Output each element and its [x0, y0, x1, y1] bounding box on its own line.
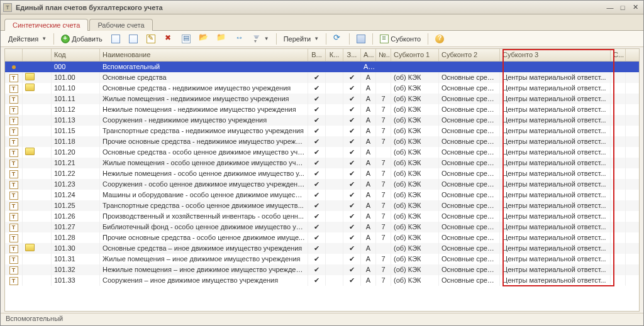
- t-account-icon: Т: [9, 202, 18, 210]
- cell-subkonto3: Центры материальной ответст...: [500, 94, 611, 104]
- cell-subkonto1: (об) КЭК: [391, 94, 439, 104]
- table-row[interactable]: Т101.15Транспортные средства - недвижимо…: [5, 126, 639, 136]
- cell-subkonto3: Центры материальной ответст...: [500, 136, 611, 147]
- table-row[interactable]: Т101.13Сооружения - недвижимое имущество…: [5, 115, 639, 126]
- delete-button[interactable]: [160, 33, 177, 45]
- col-subkonto2[interactable]: Субконто 2: [439, 49, 500, 61]
- cell-subkonto3: [500, 62, 611, 72]
- minimize-button[interactable]: —: [604, 3, 616, 13]
- cell-subkonto1: (об) КЭК: [391, 264, 439, 275]
- tab-working[interactable]: Рабочие счета: [89, 19, 152, 31]
- cell-subkonto3: Центры материальной ответст...: [500, 179, 611, 190]
- refresh-button[interactable]: [330, 33, 346, 45]
- table-row[interactable]: Т101.24Машины и оборудование - особо цен…: [5, 190, 639, 200]
- actions-menu[interactable]: Действия▼: [4, 33, 50, 45]
- col-name[interactable]: Наименование: [100, 49, 308, 61]
- titlebar: Т Единый план счетов бухгалтерского учет…: [1, 1, 643, 14]
- cell-subkonto2: Основные сред...: [439, 83, 500, 94]
- cell-subkonto1: (об) КЭК: [391, 158, 439, 168]
- tab-synthetic[interactable]: Синтетические счета: [4, 19, 88, 31]
- subkonto-button[interactable]: Субконто: [376, 33, 425, 45]
- cell-subkonto2: Основные сред...: [439, 136, 500, 147]
- t-account-icon: Т: [9, 128, 18, 136]
- chevron-down-icon: ▼: [313, 36, 319, 41]
- table-row[interactable]: Т101.23Сооружения - особо ценное движимо…: [5, 179, 639, 190]
- col-folder[interactable]: [23, 49, 52, 61]
- add-button[interactable]: Добавить: [57, 33, 106, 45]
- goto-menu[interactable]: Перейти▼: [280, 33, 323, 45]
- move-in-button[interactable]: [196, 33, 212, 45]
- cell-subkonto2: Основные сред...: [439, 179, 500, 190]
- cell-name: Транспортные средства - особо ценное дви…: [100, 200, 308, 211]
- cell-code: 101.23: [52, 179, 100, 190]
- cell-code: 101.12: [52, 104, 100, 115]
- cell-subkonto3: Центры материальной ответст...: [500, 168, 611, 179]
- cell-subkonto3: Центры материальной ответст...: [500, 126, 611, 136]
- cell-name: Вспомогательный: [100, 62, 308, 72]
- cell-code: 101.31: [52, 254, 100, 264]
- cell-subkonto1: (об) КЭК: [391, 211, 439, 222]
- table-row[interactable]: Т101.00Основные средства✔✔А(об) КЭКОснов…: [5, 72, 639, 83]
- cell-subkonto1: (об) КЭК: [391, 147, 439, 158]
- table-row[interactable]: Т101.11Жилые помещения - недвижимое имущ…: [5, 94, 639, 104]
- col-subkonto3[interactable]: Субконто 3: [500, 49, 611, 61]
- close-button[interactable]: ✕: [630, 3, 641, 13]
- edit-button[interactable]: [143, 33, 159, 45]
- table-row[interactable]: Т101.30Основные средства – иное движимое…: [5, 243, 639, 254]
- cell-name: Жилые помещения - особо ценное движимое …: [100, 158, 308, 168]
- table-row[interactable]: Т101.10Основные средства - недвижимое им…: [5, 83, 639, 94]
- cell-subkonto3: Центры материальной ответст...: [500, 222, 611, 232]
- col-code[interactable]: Код: [52, 49, 100, 61]
- copy-button[interactable]: [125, 33, 142, 45]
- separator: [372, 33, 373, 45]
- col-n[interactable]: №...: [376, 49, 391, 61]
- cell-name: Основные средства - недвижимое имущество…: [100, 83, 308, 94]
- t-account-icon: Т: [9, 160, 18, 168]
- table-row[interactable]: Т101.32Нежилые помещения – иное движимое…: [5, 264, 639, 275]
- accounts-grid: Код Наименование В... К... З... А... №..…: [4, 48, 640, 312]
- table-row[interactable]: 000ВспомогательныйАП: [5, 62, 639, 72]
- filter-off-button[interactable]: ▼: [248, 33, 273, 45]
- cell-subkonto1: [391, 62, 439, 72]
- table-row[interactable]: Т101.22Нежилые помещения - особо ценное …: [5, 168, 639, 179]
- grid-header: Код Наименование В... К... З... А... №..…: [5, 49, 639, 62]
- help-icon: [435, 35, 444, 43]
- cell-name: Жилые помещения – иное движимое имуществ…: [100, 254, 308, 264]
- table-row[interactable]: Т101.20Основные средства - особо ценное …: [5, 147, 639, 158]
- folder-arrow-out-icon: [217, 35, 226, 43]
- grid-body[interactable]: 000ВспомогательныйАПТ101.00Основные сред…: [5, 62, 639, 311]
- cell-subkonto2: Основные сред...: [439, 168, 500, 179]
- col-z[interactable]: З...: [343, 49, 361, 61]
- col-last[interactable]: С...: [611, 49, 626, 61]
- table-row[interactable]: Т101.26Производственный и хозяйственный …: [5, 211, 639, 222]
- toggle-button[interactable]: [231, 33, 247, 45]
- table-row[interactable]: Т101.18Прочие основные средства - недвиж…: [5, 136, 639, 147]
- cell-code: 101.10: [52, 83, 100, 94]
- hierarchy-button[interactable]: [178, 33, 194, 45]
- table-row[interactable]: Т101.27Библиотечный фонд - особо ценное …: [5, 222, 639, 232]
- add-group-button[interactable]: [108, 33, 124, 45]
- help-button[interactable]: [431, 33, 448, 45]
- folder-icon: [25, 148, 35, 155]
- table-row[interactable]: Т101.28Прочие основные средства - особо …: [5, 232, 639, 243]
- move-out-button[interactable]: [213, 33, 230, 45]
- cell-subkonto1: (об) КЭК: [391, 254, 439, 264]
- table-row[interactable]: Т101.33Сооружения – иное движимое имущес…: [5, 275, 639, 286]
- cell-code: 101.28: [52, 232, 100, 243]
- col-k[interactable]: К...: [326, 49, 343, 61]
- col-subkonto1[interactable]: Субконто 1: [391, 49, 439, 61]
- col-v[interactable]: В...: [308, 49, 326, 61]
- table-row[interactable]: Т101.31Жилые помещения – иное движимое и…: [5, 254, 639, 264]
- table-row[interactable]: Т101.21Жилые помещения - особо ценное дв…: [5, 158, 639, 168]
- cell-name: Прочие основные средства - недвижимое им…: [100, 136, 308, 147]
- cell-code: 101.21: [52, 158, 100, 168]
- journal-button[interactable]: [353, 33, 369, 45]
- table-row[interactable]: Т101.12Нежилые помещения - недвижимое им…: [5, 104, 639, 115]
- col-a[interactable]: А...: [361, 49, 376, 61]
- table-row[interactable]: Т101.25Транспортные средства - особо цен…: [5, 200, 639, 211]
- col-icon[interactable]: [5, 49, 23, 61]
- maximize-button[interactable]: □: [617, 3, 628, 13]
- folder-icon: [25, 244, 35, 251]
- cell-name: Машины и оборудование - особо ценное дви…: [100, 190, 308, 200]
- cell-name: Производственный и хозяйственный инвента…: [100, 211, 308, 222]
